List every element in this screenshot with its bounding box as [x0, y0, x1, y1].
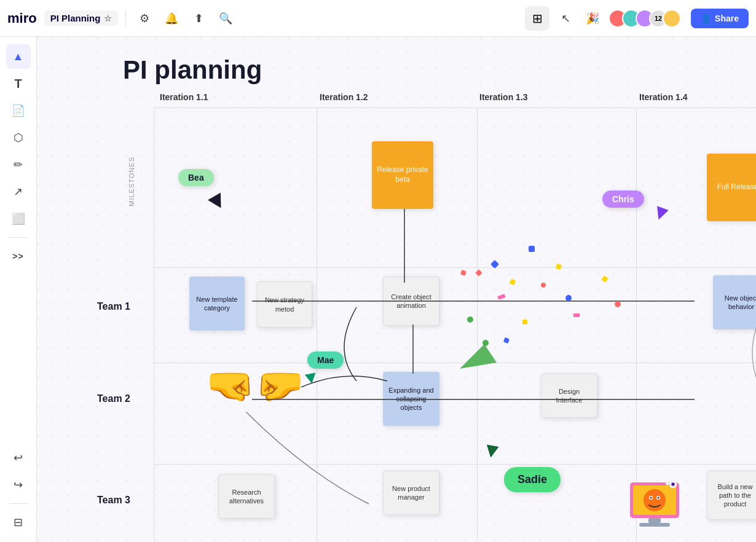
grid-vline-1: [317, 108, 317, 542]
board-title[interactable]: PI Planning ☆: [44, 10, 119, 26]
collaborators: 12: [608, 9, 681, 28]
new-strategy-method-sticky[interactable]: New strategy metod: [257, 281, 312, 328]
grid-hline-top: [154, 108, 756, 108]
confetti-6: [497, 294, 505, 300]
upload-button[interactable]: ⬆: [187, 7, 210, 29]
favorite-icon[interactable]: ☆: [104, 14, 112, 23]
new-template-category-sticky[interactable]: New template category: [189, 277, 245, 331]
mae-badge[interactable]: Mae: [307, 352, 344, 369]
svg-point-6: [644, 489, 666, 511]
confetti-5: [541, 283, 546, 288]
confetti-11: [522, 320, 527, 324]
pen-tool[interactable]: ✏: [6, 152, 31, 177]
new-object-behavior-sticky[interactable]: New object behavior: [713, 275, 756, 329]
team-3-label: Team 3: [74, 495, 154, 506]
avatar-group: 12: [608, 9, 681, 28]
vertical-connector-1: [401, 209, 408, 283]
settings-button[interactable]: ⚙: [133, 7, 156, 29]
hands-emoji: 🤜🤛: [206, 363, 304, 409]
svg-rect-4: [630, 482, 679, 518]
svg-rect-13: [639, 523, 670, 527]
new-product-manager-sticky[interactable]: New product manager: [383, 471, 439, 515]
svg-rect-5: [633, 485, 676, 515]
design-interface-sticky[interactable]: Design Interface: [541, 374, 597, 418]
research-alternatives-sticky[interactable]: Research alternatives: [218, 474, 275, 519]
grid-vline-0: [154, 108, 154, 542]
sadie-arrow: [484, 444, 498, 458]
team2-connector-line: [252, 393, 695, 406]
grid-hline-1: [154, 267, 756, 268]
cursor-mode-button[interactable]: ↖: [554, 7, 577, 29]
iteration-1-4-header: Iteration 1.4: [639, 92, 688, 102]
party-popper: [454, 326, 503, 377]
svg-point-16: [672, 484, 674, 485]
sadie-badge[interactable]: Sadie: [504, 467, 561, 492]
confetti-1: [460, 270, 467, 276]
grid-vline-2: [477, 108, 478, 542]
team-2-label: Team 2: [74, 393, 154, 404]
notifications-button[interactable]: 🔔: [160, 7, 183, 29]
avatar-4: [663, 9, 681, 28]
grid-hline-3: [154, 464, 756, 465]
milestones-label: Milestones: [128, 157, 135, 206]
bea-badge[interactable]: Bea: [178, 169, 214, 186]
svg-point-10: [658, 497, 660, 499]
sticky-note-tool[interactable]: 📄: [6, 98, 31, 123]
iteration-1-1-header: Iteration 1.1: [160, 92, 208, 102]
undo-button[interactable]: ↩: [6, 446, 31, 470]
apps-button[interactable]: ⊞: [525, 6, 549, 31]
vertical-connector-2: [410, 324, 416, 374]
curved-connector: [320, 301, 393, 387]
svg-rect-12: [648, 518, 661, 523]
cursor-tool[interactable]: ▲: [6, 44, 31, 69]
svg-point-9: [650, 497, 652, 499]
arrow-tool[interactable]: ↗: [6, 179, 31, 204]
confetti-3: [510, 279, 516, 286]
share-button[interactable]: 👤 Share: [691, 9, 749, 28]
chris-badge[interactable]: Chris: [602, 190, 644, 208]
frame-tool[interactable]: ⬜: [6, 206, 31, 231]
iteration-1-2-header: Iteration 1.2: [320, 92, 368, 102]
svg-point-8: [656, 496, 660, 500]
svg-point-15: [671, 482, 675, 486]
search-button[interactable]: 🔍: [215, 7, 237, 29]
computer-illustration: ✦: [621, 479, 688, 535]
confetti-13: [602, 276, 608, 283]
expanding-collapsing-sticky[interactable]: Expanding and collapsing objects: [383, 372, 439, 426]
confetti-9: [565, 295, 572, 301]
confetti-12: [573, 313, 580, 317]
bea-arrow: [208, 192, 227, 211]
confetti-7: [556, 264, 562, 270]
grid-vline-3: [636, 108, 637, 542]
team-1-label: Team 1: [74, 301, 154, 312]
mae-arrow: [305, 373, 318, 385]
decorative-curves: [713, 313, 756, 467]
confetti-14: [615, 301, 621, 307]
full-release-sticky[interactable]: Full Release: [707, 154, 756, 221]
chris-arrow: [653, 206, 669, 222]
shape-tool[interactable]: ⬡: [6, 125, 31, 150]
present-button[interactable]: 🎉: [581, 7, 604, 29]
logo[interactable]: miro: [7, 10, 37, 26]
team1-connector-line: [252, 295, 695, 307]
iteration-1-3-header: Iteration 1.3: [479, 92, 528, 102]
svg-point-14: [669, 481, 677, 488]
text-tool[interactable]: T: [6, 71, 31, 96]
confetti-4: [529, 246, 535, 252]
svg-marker-17: [460, 344, 497, 369]
redo-button[interactable]: ↪: [6, 473, 31, 497]
confetti-15: [503, 337, 510, 344]
svg-point-18: [482, 340, 489, 346]
confetti-8: [467, 316, 473, 323]
panel-toggle-button[interactable]: ⊟: [6, 510, 31, 535]
page-title: PI planning: [123, 55, 262, 85]
more-tools-button[interactable]: >>: [6, 244, 31, 269]
svg-point-7: [649, 496, 653, 500]
create-object-animation-sticky[interactable]: Create object animation: [383, 277, 439, 326]
svg-text:✦: ✦: [664, 479, 671, 489]
release-private-beta-sticky[interactable]: Release private beta: [372, 141, 433, 209]
build-path-sticky[interactable]: Build a new path to the product: [707, 471, 756, 520]
